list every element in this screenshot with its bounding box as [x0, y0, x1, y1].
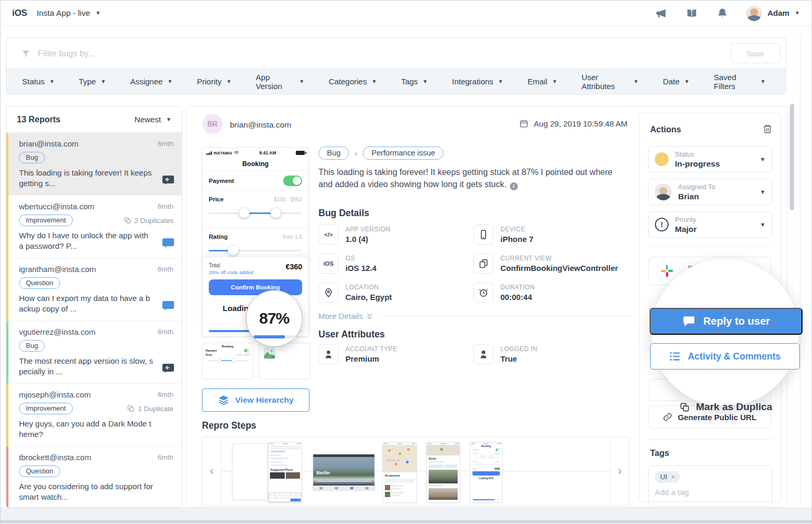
- tag-chip[interactable]: UI×: [655, 471, 680, 483]
- filter-date[interactable]: Date▼: [663, 77, 690, 86]
- breadcrumb-type[interactable]: Bug: [318, 147, 349, 160]
- user-attributes-grid: ACCOUNT TYPEPremium LOGGED INTrue: [318, 344, 632, 365]
- link-icon: [663, 412, 672, 422]
- attachment-thumbnail[interactable]: Booking Payment Price$150 - $563: [202, 343, 253, 380]
- filter-type[interactable]: Type▼: [79, 77, 105, 86]
- chevron-down-icon: ▼: [760, 156, 766, 162]
- remove-tag-icon[interactable]: ×: [671, 473, 675, 481]
- report-age: 6mth: [158, 265, 173, 273]
- add-tag-input[interactable]: [655, 488, 766, 497]
- more-details-toggle[interactable]: More Details: [318, 312, 631, 321]
- filter-dropdown-row: Status▼ Type▼ Assignee▼ Priority▼ App Ve…: [6, 69, 786, 94]
- carousel-next-button[interactable]: ›: [610, 437, 629, 506]
- user-name[interactable]: Adam: [767, 8, 789, 17]
- tags-editor[interactable]: UI×: [648, 465, 772, 507]
- mini-loading-label: Loading 87%: [470, 477, 502, 480]
- tags-title: Tags: [650, 449, 669, 458]
- filter-search-input[interactable]: [38, 49, 771, 59]
- reply-to-user-button[interactable]: Reply to user: [650, 308, 803, 335]
- bug-details-grid: </> APP VERSION1.0 (4) DEVICEiPhone 7 iO…: [318, 224, 632, 303]
- clock-icon: [473, 283, 494, 303]
- announcements-icon[interactable]: [655, 7, 667, 19]
- slack-icon: [661, 265, 673, 277]
- report-type-badge: Improvement: [19, 403, 73, 414]
- divider: [648, 246, 772, 247]
- bell-icon[interactable]: [717, 7, 728, 19]
- report-email: mjoseph@insta.com: [19, 390, 91, 399]
- breadcrumb-category[interactable]: Performance issue: [363, 147, 443, 160]
- filter-assignee[interactable]: Assignee▼: [130, 77, 173, 86]
- save-filter-button[interactable]: Save: [731, 43, 780, 63]
- report-email: wbertucci@insta.com: [19, 202, 94, 211]
- repro-step-thumbnail[interactable]: Madrid Restaurants: [382, 442, 417, 503]
- filter-priority[interactable]: Priority▼: [197, 77, 232, 86]
- attachment-thumbnail[interactable]: [259, 343, 310, 380]
- attr-account-type: ACCOUNT TYPEPremium: [318, 344, 473, 365]
- mini-slider: [207, 358, 248, 363]
- report-type-badge: Bug: [19, 152, 45, 163]
- map-caption: Madrid: [387, 459, 400, 462]
- divider: [381, 316, 631, 316]
- repro-step-thumbnail[interactable]: Booking €360 Loading 87%: [470, 442, 502, 503]
- city-caption: Berlin: [316, 470, 330, 476]
- report-list-item[interactable]: mjoseph@insta.com6mth Improvement 1 Dupl…: [6, 384, 182, 447]
- report-list-item[interactable]: brian@insta.com6mth Bug This loading is …: [6, 133, 182, 196]
- filter-integrations[interactable]: Integrations▼: [452, 77, 503, 86]
- report-list-item[interactable]: wbertucci@insta.com6mth Improvement 2 Du…: [6, 196, 182, 258]
- filter-user-attributes[interactable]: User Attributes▼: [582, 73, 639, 91]
- report-timestamp: Aug 29, 2019 10:59:48 AM: [519, 119, 627, 128]
- repro-steps-title: Repro Steps: [202, 420, 256, 431]
- status-dropdown[interactable]: StatusIn-progress ▼: [648, 146, 772, 172]
- filter-status[interactable]: Status▼: [22, 77, 54, 86]
- filter-categories[interactable]: Categories▼: [328, 77, 376, 86]
- report-list-item[interactable]: vgutierrez@insta.com6mth Bug The most re…: [6, 321, 182, 384]
- repro-step-thumbnail[interactable]: [232, 443, 268, 500]
- detail-duration: DURATION00:00:44: [473, 282, 632, 303]
- filter-tags[interactable]: Tags▼: [401, 77, 428, 86]
- total-value: €360: [286, 263, 302, 275]
- activity-comments-button[interactable]: Activity & Comments: [650, 343, 800, 370]
- user-menu-chevron-icon[interactable]: ▼: [795, 10, 800, 16]
- view-hierarchy-button[interactable]: View Hierarchy: [202, 389, 310, 412]
- user-avatar[interactable]: [746, 5, 762, 21]
- docs-icon[interactable]: [686, 7, 698, 19]
- toggle-on-icon: [283, 176, 302, 186]
- info-icon[interactable]: i: [510, 182, 518, 190]
- filter-app-version[interactable]: App Version▼: [256, 73, 304, 91]
- rating-slider: [209, 245, 302, 256]
- duplicates-badge: 1 Duplicate: [127, 405, 173, 413]
- repro-step-thumbnail[interactable]: Berlin: [426, 442, 460, 503]
- assignee-avatar: [655, 183, 672, 200]
- priority-dropdown[interactable]: ! PriorityMajor ▼: [648, 211, 772, 238]
- scrollbar[interactable]: [790, 104, 794, 210]
- bug-description: This loading is taking forever! It keeps…: [318, 166, 624, 190]
- detail-app-version: </> APP VERSION1.0 (4): [318, 224, 473, 245]
- filter-email[interactable]: Email▼: [528, 77, 557, 86]
- mark-as-duplicate-magnified[interactable]: Mark as Duplica: [680, 401, 775, 413]
- code-icon: </>: [318, 225, 339, 245]
- chevron-down-icon[interactable]: ▼: [95, 10, 101, 16]
- attr-logged-in: LOGGED INTrue: [473, 344, 632, 365]
- person-icon: [473, 344, 494, 364]
- app-switcher[interactable]: Insta App - live: [36, 8, 90, 18]
- repro-step-thumbnail[interactable]: Berlin: [313, 454, 375, 491]
- actions-title: Actions: [650, 125, 681, 134]
- sort-dropdown[interactable]: Newest▼: [134, 115, 171, 124]
- assignee-dropdown[interactable]: Assigned ToBrian ▼: [648, 179, 772, 205]
- signal-icon: [206, 151, 212, 155]
- report-list-item[interactable]: igrantham@insta.com6mth Question How can…: [6, 258, 182, 321]
- ios-icon: iOS: [318, 254, 339, 274]
- report-list-item[interactable]: tbrockett@insta.com6mth Question Are you…: [6, 447, 182, 508]
- restaurants-label: Restaurants: [385, 474, 414, 477]
- content-edge-divider: [800, 32, 800, 519]
- carousel-prev-button[interactable]: ‹: [202, 437, 221, 506]
- map-pin-icon: [318, 283, 339, 303]
- suggested-places-label: Suggested Places: [270, 468, 299, 471]
- report-email: brian@insta.com: [19, 139, 79, 148]
- trash-icon[interactable]: [762, 124, 772, 134]
- report-age: 6mth: [158, 328, 173, 336]
- saved-filters-menu[interactable]: Saved Filters▼: [714, 73, 766, 91]
- top-bar: iOS Insta App - live ▼ Adam ▼: [1, 1, 811, 26]
- bug-screenshot[interactable]: INSTABIG 9:41 AM Booking Payment Price $…: [202, 147, 309, 337]
- repro-step-thumbnail[interactable]: Suggested Places: [268, 442, 302, 503]
